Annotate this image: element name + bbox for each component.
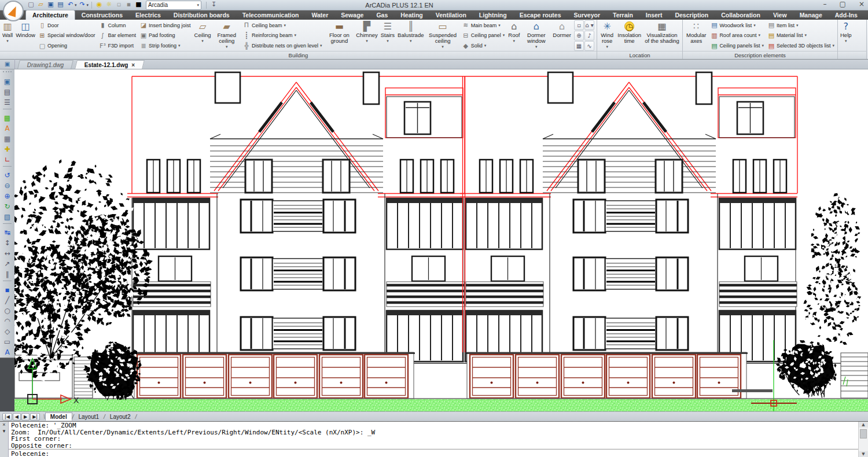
- menu-tab-escape-routes[interactable]: Escape routes: [513, 10, 568, 20]
- reinforcing-beam-button[interactable]: ┋Reinforcing beam▾: [242, 31, 323, 40]
- viewport-icon[interactable]: ▣: [0, 59, 15, 69]
- roof-button[interactable]: ⌂Roof▾: [507, 20, 521, 51]
- f3d-import-button[interactable]: F³F3D import: [98, 41, 137, 50]
- pin-icon[interactable]: ↧: [209, 1, 218, 9]
- polygon-icon[interactable]: ◇: [2, 326, 13, 337]
- anchor-tool-icon[interactable]: ⊕: [574, 31, 584, 40]
- command-scrollbar[interactable]: ▲ ▼: [858, 422, 868, 457]
- dim-aligned-icon[interactable]: ↗: [2, 259, 13, 269]
- chip-tool-icon[interactable]: ▦: [574, 41, 584, 51]
- offset-icon[interactable]: ∥: [2, 269, 13, 279]
- ucs-axes-icon[interactable]: ∟: [2, 154, 13, 165]
- new-file-icon[interactable]: ▢: [27, 1, 35, 9]
- menu-tab-terrain[interactable]: Terrain: [606, 10, 639, 20]
- insolation-time-button[interactable]: ◷Insolation time: [616, 20, 642, 51]
- undo-icon[interactable]: ↶: [66, 1, 75, 9]
- menu-tab-distribution-boards[interactable]: Distribution boards: [167, 10, 236, 20]
- floor-on-ground-button[interactable]: ▬Floor on ground: [325, 20, 355, 51]
- solid-button[interactable]: ◆Solid▾: [462, 41, 506, 50]
- strip-footing-button[interactable]: ≣Strip footing▾: [139, 41, 192, 50]
- regen-icon[interactable]: ↺: [2, 170, 13, 180]
- dim-horizontal-icon[interactable]: ↔: [2, 248, 13, 259]
- visualization-of-the-shading-button[interactable]: ▦Visualization of the shading: [643, 20, 681, 51]
- object-list-icon[interactable]: ☰: [2, 97, 13, 108]
- menu-tab-description[interactable]: Description: [668, 10, 715, 20]
- rectangle-icon[interactable]: ▭: [2, 337, 13, 347]
- bar-element-button[interactable]: ∫Bar element: [98, 31, 137, 40]
- maximize-button[interactable]: ▢: [840, 0, 846, 8]
- menu-tab-sewage[interactable]: Sewage: [334, 10, 370, 20]
- command-input[interactable]: Polecenie:: [9, 449, 858, 457]
- dropdown-icon[interactable]: ▾: [178, 43, 181, 48]
- snap-icon[interactable]: ✚: [2, 144, 13, 154]
- app-logo-icon[interactable]: [3, 1, 24, 21]
- dropdown-icon[interactable]: ▾: [387, 38, 389, 44]
- chimney-button[interactable]: ▛Chimney▾: [355, 20, 379, 51]
- zoom-extents-icon[interactable]: ⊕: [2, 191, 13, 201]
- dropdown-icon[interactable]: ▾: [498, 23, 501, 28]
- dropdown-icon[interactable]: ▾: [535, 44, 538, 50]
- dropdown-icon[interactable]: ▾: [320, 43, 322, 48]
- flag-tool-icon[interactable]: ⌂ ▾: [584, 20, 594, 30]
- sheet-nav-2[interactable]: ▶: [21, 413, 30, 421]
- dropdown-icon[interactable]: ▾: [226, 44, 228, 50]
- dormer-window-button[interactable]: ⌂Dormer window▾: [521, 20, 551, 51]
- dropdown-icon[interactable]: ▾: [758, 33, 760, 38]
- menu-tab-view[interactable]: View: [767, 10, 793, 20]
- orbit-3d-icon[interactable]: ↻: [2, 201, 13, 212]
- menu-tab-add-ins[interactable]: Add-Ins: [829, 10, 864, 20]
- dropdown-icon[interactable]: ▾: [6, 38, 9, 44]
- dropdown-icon[interactable]: ▾: [606, 44, 608, 50]
- dim-style-icon[interactable]: ↹: [2, 227, 13, 238]
- dropdown-icon[interactable]: ▾: [832, 43, 834, 48]
- dropdown-icon[interactable]: ▾: [366, 38, 368, 44]
- window-button[interactable]: ◫Window: [14, 20, 36, 51]
- menu-tab-collaboration[interactable]: Collaboration: [715, 10, 767, 20]
- render-bulb-icon[interactable]: ◉: [95, 1, 104, 9]
- dropdown-icon[interactable]: ▾: [294, 33, 296, 38]
- undo-dropdown-icon[interactable]: ▾: [75, 3, 77, 8]
- ceiling-panel-button[interactable]: ⊟Ceiling panel▾: [462, 31, 506, 40]
- frame-gray-icon[interactable]: ▫: [115, 1, 123, 9]
- point-icon[interactable]: ▪: [2, 285, 13, 295]
- scroll-thumb[interactable]: [860, 429, 867, 438]
- dropdown-icon[interactable]: ▾: [442, 44, 444, 50]
- menu-tab-electrics[interactable]: Electrics: [129, 10, 167, 20]
- dropdown-icon[interactable]: ▾: [201, 38, 204, 44]
- special-window-door-button[interactable]: ⊞Special window/door: [38, 31, 96, 40]
- menu-tab-telecommunication[interactable]: Telecommunication: [236, 10, 306, 20]
- layout-tab-model[interactable]: Model: [45, 412, 72, 421]
- save-all-icon[interactable]: ▤: [56, 1, 65, 9]
- dropdown-icon[interactable]: ▾: [284, 23, 286, 28]
- ceiling-button[interactable]: ▱Ceiling▾: [193, 20, 212, 51]
- dropdown-icon[interactable]: ▾: [845, 38, 847, 44]
- sheet-nav-3[interactable]: ▶|: [30, 413, 40, 421]
- lock-icon[interactable]: ▪: [124, 1, 133, 9]
- drawing-canvas[interactable]: X: [14, 69, 868, 411]
- document-tab-drawing1-dwg[interactable]: Drawing1.dwg: [17, 60, 73, 69]
- command-expand-icon[interactable]: ▾: [3, 428, 6, 434]
- dropdown-icon[interactable]: ▾: [503, 33, 505, 38]
- close-button[interactable]: ×: [859, 0, 865, 8]
- sun-settings-icon[interactable]: ☼: [105, 1, 113, 9]
- arc-icon[interactable]: ◠: [2, 316, 13, 326]
- note-tool-icon[interactable]: ♪: [584, 31, 594, 40]
- menu-tab-manage[interactable]: Manage: [793, 10, 829, 20]
- circle-icon[interactable]: ○: [2, 305, 13, 316]
- material-list-button[interactable]: ▤Material list▾: [767, 31, 835, 40]
- sheet-nav-1[interactable]: ◀: [13, 413, 21, 421]
- woodwork-list-button[interactable]: ▤Woodwork list▾: [710, 21, 764, 30]
- item-list-button[interactable]: ▤Item list▾: [767, 21, 835, 30]
- project-manager-icon[interactable]: ▤: [2, 87, 13, 97]
- line-icon[interactable]: ╱: [2, 295, 13, 305]
- curve-tool-icon[interactable]: ∿ ▾: [584, 41, 594, 51]
- menu-tab-surveyor[interactable]: Surveyor: [567, 10, 606, 20]
- pad-footing-button[interactable]: ▣Pad footing: [139, 31, 192, 40]
- document-tab-estate-12-1-dwg[interactable]: Estate-12.1.dwg×: [75, 60, 145, 69]
- stairs-button[interactable]: ☰Stairs▾: [380, 20, 396, 51]
- redo-dropdown-icon[interactable]: ▾: [87, 3, 89, 8]
- view-3d-icon[interactable]: ▧: [2, 212, 13, 222]
- minimize-button[interactable]: –: [823, 0, 827, 8]
- framed-ceiling-button[interactable]: ▰Framed ceiling▾: [213, 20, 241, 51]
- open-file-icon[interactable]: ▱: [36, 1, 45, 9]
